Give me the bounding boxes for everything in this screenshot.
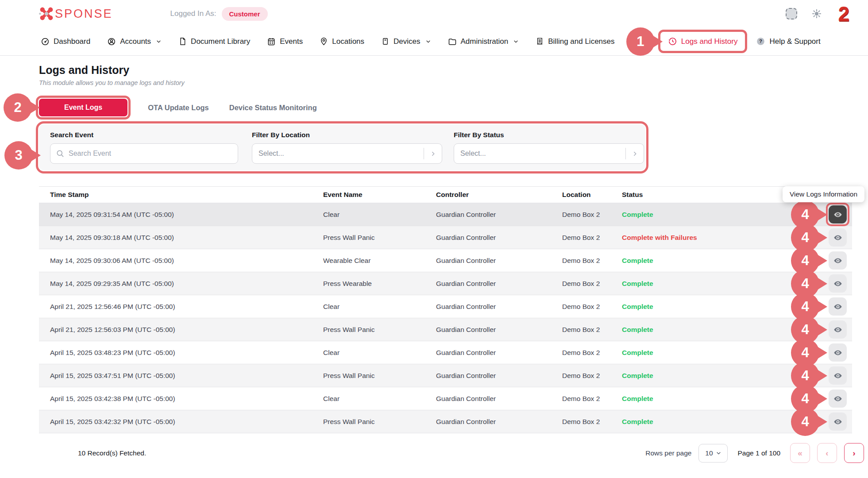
filter-status-select[interactable]: Select...: [454, 143, 644, 164]
tab-device-status-monitoring[interactable]: Device Status Monitoring: [229, 104, 317, 112]
cell-controller: Guardian Controller: [436, 418, 562, 426]
search-event-input[interactable]: [69, 150, 232, 158]
eye-icon: [833, 233, 842, 242]
nav-item-document-library[interactable]: Document Library: [178, 37, 250, 46]
cell-event-name: Press Wall Panic: [323, 372, 436, 380]
next-page-button[interactable]: ›: [844, 443, 864, 463]
cell-controller: Guardian Controller: [436, 372, 562, 380]
annotation-number: 4: [801, 368, 809, 384]
nav-label: Locations: [332, 37, 364, 46]
tab-bar: 2 Event Logs OTA Update Logs Device Stat…: [39, 99, 868, 116]
table-row[interactable]: May 14, 2025 09:29:35 AM (UTC -05:00) Pr…: [39, 272, 852, 295]
table-row[interactable]: April 15, 2025 03:48:23 PM (UTC -05:00) …: [39, 341, 852, 364]
cell-location: Demo Box 2: [562, 395, 622, 403]
cell-location: Demo Box 2: [562, 280, 622, 288]
eye-icon: [833, 348, 842, 357]
records-fetched-text: 10 Record(s) Fetched.: [78, 449, 146, 457]
annotation-number: 4: [801, 253, 809, 269]
nav-item-logs-history[interactable]: 1 Logs and History: [666, 37, 740, 46]
table-header-row: Time Stamp Event Name Controller Locatio…: [39, 187, 852, 203]
table-row[interactable]: May 14, 2025 09:30:18 AM (UTC -05:00) Pr…: [39, 226, 852, 249]
search-event-inputbox[interactable]: [50, 143, 238, 164]
search-event-label: Search Event: [50, 131, 238, 139]
table-row[interactable]: April 15, 2025 03:47:51 PM (UTC -05:00) …: [39, 364, 852, 387]
annotation-number: 4: [801, 322, 809, 338]
cell-timestamp: April 21, 2025 12:56:03 PM (UTC -05:00): [39, 326, 323, 334]
theme-sun-icon[interactable]: [810, 8, 823, 20]
cell-location: Demo Box 2: [562, 303, 622, 311]
cell-location: Demo Box 2: [562, 418, 622, 426]
logged-in-label: Logged In As:: [170, 9, 216, 18]
nav-label: Accounts: [120, 37, 151, 46]
cell-timestamp: May 14, 2025 09:29:35 AM (UTC -05:00): [39, 280, 323, 288]
placeholder-avatar-icon[interactable]: [786, 8, 797, 19]
nav-item-dashboard[interactable]: Dashboard: [41, 37, 90, 46]
annotation-balloon-4: 4: [791, 408, 819, 436]
map-pin-icon: [320, 37, 328, 46]
nav-item-locations[interactable]: Locations: [320, 37, 364, 46]
prev-page-button[interactable]: ‹: [817, 443, 837, 463]
eye-icon: [833, 417, 842, 426]
annotation-number: 4: [801, 345, 809, 361]
table-row[interactable]: April 21, 2025 12:56:03 PM (UTC -05:00) …: [39, 318, 852, 341]
view-logs-button[interactable]: [829, 205, 847, 224]
cell-timestamp: April 15, 2025 03:47:51 PM (UTC -05:00): [39, 372, 323, 380]
chevron-down-icon: [513, 39, 519, 44]
cell-controller: Guardian Controller: [436, 280, 562, 288]
eye-icon: [833, 256, 842, 265]
view-logs-button[interactable]: [829, 412, 847, 431]
cell-event-name: Clear: [323, 211, 436, 219]
app-logo[interactable]: SPONSE: [39, 6, 113, 21]
first-page-button[interactable]: «: [790, 443, 810, 463]
filter-location-value: Select...: [258, 150, 424, 158]
view-logs-button[interactable]: [829, 251, 847, 270]
annotation-number: 4: [801, 391, 809, 407]
chevron-right-icon: ›: [853, 448, 855, 458]
chevron-right-icon: [631, 150, 639, 158]
nav-item-billing-licenses[interactable]: Billing and Licenses: [536, 37, 614, 46]
rows-per-page-select[interactable]: 10: [698, 444, 728, 463]
top-header: SPONSE Logged In As: Customer 2: [0, 0, 868, 27]
clock-history-icon: [668, 37, 677, 46]
nav-label: Help & Support: [769, 37, 820, 46]
view-logs-button[interactable]: [829, 274, 847, 293]
nav-item-administration[interactable]: Administration: [448, 37, 519, 46]
col-header-event-name: Event Name: [323, 191, 436, 199]
col-header-controller: Controller: [436, 191, 562, 199]
cell-location: Demo Box 2: [562, 257, 622, 265]
chevron-down-icon: [425, 39, 431, 44]
view-logs-button[interactable]: [829, 389, 847, 408]
page-indicator: Page 1 of 100: [737, 449, 780, 457]
nav-item-events[interactable]: Events: [267, 37, 303, 46]
view-logs-button[interactable]: [829, 228, 847, 247]
view-logs-button[interactable]: [829, 366, 847, 385]
calendar-icon: [267, 37, 276, 46]
nav-item-accounts[interactable]: Accounts: [107, 37, 162, 46]
table-row[interactable]: May 14, 2025 09:30:06 AM (UTC -05:00) We…: [39, 249, 852, 272]
tab-event-logs[interactable]: Event Logs: [39, 99, 127, 116]
tab-ota-update-logs[interactable]: OTA Update Logs: [148, 104, 209, 112]
cell-controller: Guardian Controller: [436, 349, 562, 357]
eye-icon: [833, 371, 842, 380]
search-icon: [56, 149, 65, 158]
nav-label: Events: [280, 37, 303, 46]
person-circle-icon: [107, 37, 116, 46]
table-row[interactable]: April 15, 2025 03:42:38 PM (UTC -05:00) …: [39, 387, 852, 410]
receipt-icon: [536, 37, 544, 46]
nav-item-help-support[interactable]: ? Help & Support: [756, 37, 820, 46]
nav-label: Logs and History: [681, 37, 738, 46]
filter-location-select[interactable]: Select...: [252, 143, 442, 164]
cell-event-name: Wearable Clear: [323, 257, 436, 265]
svg-text:?: ?: [759, 39, 762, 44]
view-logs-button[interactable]: [829, 297, 847, 316]
table-row[interactable]: April 21, 2025 12:56:46 PM (UTC -05:00) …: [39, 295, 852, 318]
eye-icon: [833, 210, 842, 219]
view-logs-button[interactable]: [829, 343, 847, 362]
table-row[interactable]: April 15, 2025 03:42:32 PM (UTC -05:00) …: [39, 410, 852, 433]
table-row[interactable]: May 14, 2025 09:31:54 AM (UTC -05:00) Cl…: [39, 203, 852, 226]
view-logs-button[interactable]: [829, 320, 847, 339]
double-chevron-left-icon: «: [798, 448, 802, 458]
cell-event-name: Press Wearable: [323, 280, 436, 288]
help-icon: ?: [756, 37, 765, 46]
nav-item-devices[interactable]: Devices: [381, 37, 431, 46]
